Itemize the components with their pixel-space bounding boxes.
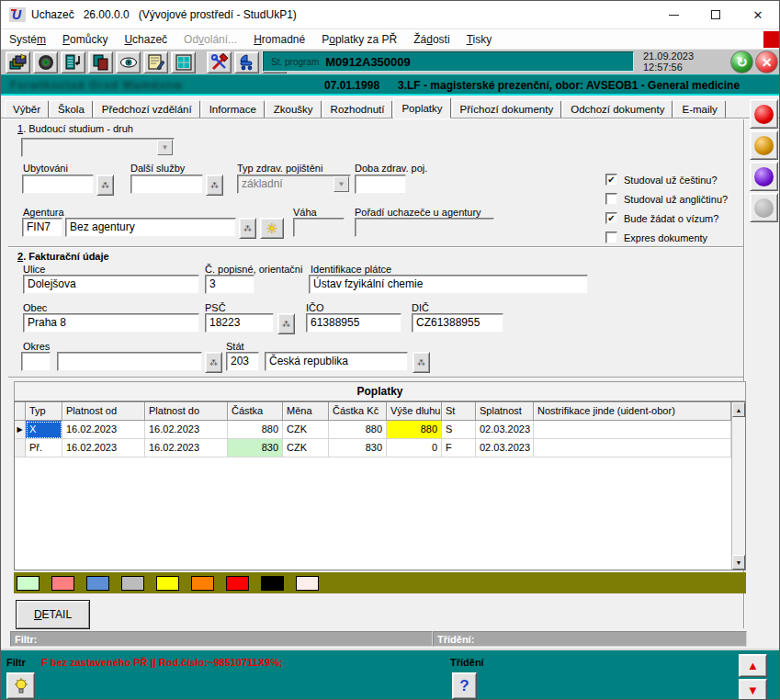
cell-castka-kc[interactable]: 830 <box>329 439 387 457</box>
tab-e-maily[interactable]: E-maily <box>673 100 725 119</box>
scroll-down-icon[interactable]: ▼ <box>732 555 745 570</box>
agentura-name-field[interactable]: Bez agentury <box>65 218 236 237</box>
move-down-button[interactable]: ▼ <box>739 679 767 700</box>
column-header-splatnost[interactable]: Splatnost <box>476 402 534 421</box>
chevron-down-icon[interactable]: ▼ <box>157 140 173 155</box>
edit-note-icon[interactable] <box>143 51 168 73</box>
okres-code-field[interactable] <box>21 352 51 371</box>
table-scrollbar[interactable]: ▲ ▼ <box>731 402 745 570</box>
cell-typ[interactable]: Př. <box>26 439 62 457</box>
cell-splatnost[interactable]: 02.03.2023 <box>476 439 534 457</box>
window-grid-icon[interactable] <box>171 51 196 73</box>
lightbulb-button[interactable] <box>6 672 35 699</box>
typ-pojisteni-combo[interactable]: základní ▼ <box>237 175 351 194</box>
cell-vyse-dluhu[interactable]: 880 <box>387 421 442 439</box>
menu-item-hromadn[interactable]: Hromadné <box>245 31 313 48</box>
checkbox-studoval-u-angli-tinu[interactable]: Studoval už angličtinu? <box>605 189 728 209</box>
column-header-stka-k[interactable]: Částka Kč <box>329 402 387 421</box>
help-button[interactable]: ? <box>452 672 477 699</box>
copy-pages-icon[interactable] <box>88 51 113 73</box>
menu-item-syst-m[interactable]: Systém <box>1 31 54 48</box>
okres-name-field[interactable] <box>57 352 202 371</box>
menu-item-poplatky-za-p[interactable]: Poplatky za PŘ <box>313 31 405 48</box>
minimize-button[interactable] <box>652 1 695 28</box>
eye-icon[interactable] <box>116 51 141 73</box>
table-row[interactable]: Př. 16.02.2023 16.02.2023 830 CZK 830 0 … <box>15 439 731 457</box>
agentura-lookup-button[interactable]: ⁂ <box>239 218 256 239</box>
checkbox-expres-dokumenty[interactable]: Expres dokumenty <box>605 228 728 247</box>
tab-kola[interactable]: Škola <box>50 100 93 119</box>
cell-nostrifikace[interactable] <box>534 439 731 457</box>
column-header-typ[interactable]: Typ <box>26 402 62 421</box>
tab-poplatky[interactable]: Poplatky <box>393 97 450 119</box>
cell-platnost-od[interactable]: 16.02.2023 <box>62 421 145 439</box>
column-header-platnost-od[interactable]: Platnost od <box>62 402 145 421</box>
checkbox-box[interactable]: ✔ <box>605 174 617 186</box>
tab-p-choz-dokumenty[interactable]: Příchozí dokumenty <box>452 100 562 119</box>
dic-field[interactable]: CZ61388955 <box>412 313 503 333</box>
ubytovani-lookup-button[interactable]: ⁂ <box>96 175 114 196</box>
column-header-nostrifikace-jinde-uident-obor[interactable]: Nostrifikace jinde (uident-obor) <box>534 402 731 421</box>
refresh-round-button[interactable]: ↻ <box>730 51 753 73</box>
cell-platnost-do[interactable]: 16.02.2023 <box>145 421 228 439</box>
amber-sphere-button[interactable] <box>750 130 778 160</box>
column-header-st[interactable]: St <box>442 402 476 421</box>
checkbox-box[interactable]: ✔ <box>605 212 617 224</box>
close-round-button[interactable]: ✕ <box>755 51 778 73</box>
ubytovani-field[interactable] <box>22 175 94 194</box>
purple-sphere-button[interactable] <box>750 162 778 191</box>
red-sphere-button[interactable] <box>750 99 778 129</box>
ulice-field[interactable]: Dolejšova <box>23 275 199 294</box>
column-header-v-e-dluhu[interactable]: Výše dluhu <box>387 402 442 421</box>
cell-castka[interactable]: 830 <box>228 439 283 457</box>
checkbox-studoval-u-e-tinu[interactable]: ✔Studoval už češtinu? <box>605 170 728 189</box>
gray-sphere-button[interactable] <box>750 193 778 222</box>
menu-item-tisky[interactable]: Tisky <box>458 31 501 48</box>
column-header-platnost-do[interactable]: Platnost do <box>145 402 228 421</box>
menu-item-uchaze[interactable]: Uchazeč <box>116 31 175 48</box>
cell-castka-kc[interactable]: 880 <box>329 421 387 439</box>
record-icon[interactable] <box>33 51 58 73</box>
chevron-down-icon[interactable]: ▼ <box>333 176 349 192</box>
cell-st[interactable]: S <box>442 421 476 439</box>
cell-st[interactable]: F <box>442 439 476 457</box>
cislo-popisne-field[interactable]: 3 <box>205 275 254 294</box>
table-row[interactable]: ▶ X 16.02.2023 16.02.2023 880 CZK 880 88… <box>15 421 731 439</box>
identifikace-field[interactable]: Ústav fzyikální chemie <box>309 275 588 294</box>
obec-field[interactable]: Praha 8 <box>23 313 199 333</box>
cell-platnost-do[interactable]: 16.02.2023 <box>145 439 228 457</box>
close-button[interactable]: ✕ <box>737 1 779 28</box>
stat-lookup-button[interactable]: ⁂ <box>413 352 430 373</box>
ico-field[interactable]: 61388955 <box>306 313 401 333</box>
checkbox-bude-dat-o-v-zum[interactable]: ✔Bude žádat o vízum? <box>605 209 728 228</box>
cell-vyse-dluhu[interactable]: 0 <box>387 439 442 457</box>
column-header-stka[interactable]: Částka <box>228 402 283 421</box>
sun-button[interactable]: ☀ <box>260 218 284 239</box>
cell-castka[interactable]: 880 <box>228 421 283 439</box>
maximize-button[interactable] <box>695 1 737 28</box>
menu-item-pom-cky[interactable]: Pomůcky <box>54 31 116 48</box>
vaha-field[interactable] <box>293 218 345 237</box>
psc-field[interactable]: 18223 <box>205 313 274 333</box>
tab-v-b-r[interactable]: Výběr <box>5 100 49 119</box>
move-up-button[interactable]: ▲ <box>739 654 767 677</box>
cell-platnost-od[interactable]: 16.02.2023 <box>62 439 145 457</box>
agentura-code-field[interactable]: FIN7 <box>22 218 62 237</box>
stat-code-field[interactable]: 203 <box>226 352 259 371</box>
cell-typ[interactable]: X <box>26 421 62 439</box>
tools-icon[interactable] <box>207 51 232 73</box>
menu-item-dosti[interactable]: Žádosti <box>405 31 458 48</box>
stat-name-field[interactable]: Česká republika <box>265 352 408 371</box>
psc-lookup-button[interactable]: ⁂ <box>277 313 295 334</box>
tab-rozhodnut[interactable]: Rozhodnutí <box>322 100 393 119</box>
cell-splatnost[interactable]: 02.03.2023 <box>476 421 534 439</box>
dalsi-sluzby-lookup-button[interactable]: ⁂ <box>206 175 223 196</box>
list-return-icon[interactable] <box>61 51 85 73</box>
dalsi-sluzby-field[interactable] <box>130 175 203 194</box>
cell-nostrifikace[interactable] <box>534 421 731 439</box>
poradi-field[interactable] <box>355 218 494 237</box>
tab-odchoz-dokumenty[interactable]: Odchozí dokumenty <box>562 100 673 119</box>
tab-informace[interactable]: Informace <box>201 100 265 119</box>
cell-mena[interactable]: CZK <box>283 421 329 439</box>
okres-lookup-button[interactable]: ⁂ <box>205 352 222 373</box>
